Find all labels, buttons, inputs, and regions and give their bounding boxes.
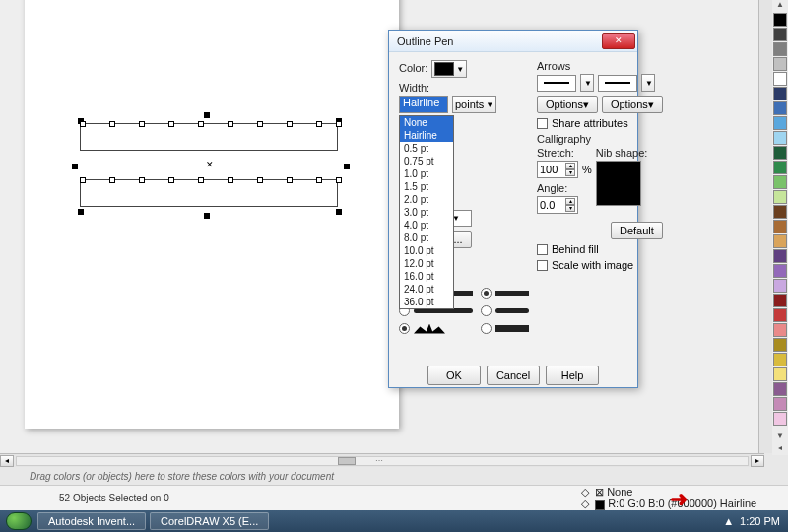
palette-swatch[interactable] (773, 13, 787, 27)
width-option[interactable]: 24.0 pt (400, 283, 453, 296)
start-arrow-dropdown[interactable]: ▼ (580, 74, 594, 92)
palette-scroll-down[interactable]: ▼ (772, 432, 788, 443)
palette-swatch[interactable] (773, 353, 787, 366)
node-handle[interactable] (287, 121, 293, 127)
width-option[interactable]: 2.0 pt (400, 193, 453, 206)
behind-fill-checkbox[interactable] (537, 244, 548, 255)
palette-swatch[interactable] (773, 87, 787, 100)
node-handle[interactable] (80, 177, 86, 183)
palette-swatch[interactable] (773, 72, 787, 86)
palette-swatch[interactable] (773, 220, 787, 233)
width-option[interactable]: 16.0 pt (400, 270, 453, 283)
scroll-thumb[interactable] (338, 457, 356, 465)
width-option[interactable]: 10.0 pt (400, 244, 453, 257)
width-input[interactable]: Hairline (399, 96, 448, 113)
selected-object-1[interactable] (80, 123, 338, 151)
dialog-titlebar[interactable]: Outline Pen ✕ (389, 31, 637, 52)
drawing-page[interactable]: /* decorative */ ✕ (25, 0, 399, 429)
spin-down-icon[interactable]: ▾ (565, 205, 575, 212)
palette-swatch[interactable] (773, 234, 787, 248)
node-handle[interactable] (168, 121, 174, 127)
palette-swatch[interactable] (773, 249, 787, 263)
node-handle[interactable] (109, 121, 115, 127)
palette-swatch[interactable] (773, 28, 787, 41)
cap-round-radio[interactable] (481, 305, 492, 316)
system-tray[interactable]: ▲ 1:20 PM (715, 515, 788, 527)
palette-swatch[interactable] (773, 42, 787, 56)
node-handle[interactable] (336, 121, 342, 127)
palette-swatch[interactable] (773, 412, 787, 426)
vertical-scrollbar[interactable] (758, 0, 772, 453)
spin-down-icon[interactable]: ▾ (565, 169, 575, 176)
taskbar-app-2[interactable]: CorelDRAW X5 (E... (150, 512, 269, 530)
palette-swatch[interactable] (773, 323, 787, 337)
palette-swatch[interactable] (773, 338, 787, 352)
spin-up-icon[interactable]: ▴ (565, 198, 575, 205)
corner-bevel-radio[interactable] (399, 323, 410, 334)
width-option[interactable]: 1.5 pt (400, 180, 453, 193)
selection-handle[interactable] (72, 164, 78, 169)
scroll-right-icon[interactable]: ▸ (751, 455, 764, 467)
palette-swatch[interactable] (773, 279, 787, 293)
default-button[interactable]: Default (611, 222, 663, 239)
palette-scroll-up[interactable]: ▲ (772, 0, 788, 12)
width-dropdown-list[interactable]: NoneHairline0.5 pt0.75 pt1.0 pt1.5 pt2.0… (399, 115, 454, 309)
node-handle[interactable] (336, 177, 342, 183)
end-arrow-select[interactable] (598, 75, 637, 92)
angle-input[interactable]: 0.0▴▾ (537, 196, 578, 214)
palette-flyout[interactable]: ◂ (772, 443, 788, 455)
node-handle[interactable] (316, 121, 322, 127)
node-handle[interactable] (228, 177, 233, 183)
node-handle[interactable] (80, 121, 86, 127)
node-handle[interactable] (109, 177, 115, 183)
palette-swatch[interactable] (773, 367, 787, 381)
palette-swatch[interactable] (773, 308, 787, 322)
stretch-input[interactable]: 100▴▾ (537, 161, 578, 178)
scroll-track[interactable]: ⋯ (16, 456, 749, 466)
width-option[interactable]: 4.0 pt (400, 219, 453, 232)
end-arrow-dropdown[interactable]: ▼ (641, 74, 655, 92)
tray-icon[interactable]: ▲ (723, 515, 734, 527)
node-handle[interactable] (139, 177, 145, 183)
cap-square-radio[interactable] (481, 323, 492, 334)
end-arrow-options-button[interactable]: Options ▾ (602, 96, 663, 113)
width-option[interactable]: 36.0 pt (400, 296, 453, 308)
node-handle[interactable] (198, 121, 204, 127)
node-handle[interactable] (257, 177, 263, 183)
palette-swatch[interactable] (773, 175, 787, 189)
palette-swatch[interactable] (773, 264, 787, 278)
node-handle[interactable] (139, 121, 145, 127)
start-button[interactable] (6, 512, 32, 530)
selected-object-2[interactable] (80, 179, 338, 207)
selection-handle[interactable] (78, 209, 84, 215)
scale-with-image-checkbox[interactable] (537, 260, 548, 271)
node-handle[interactable] (228, 121, 233, 127)
width-option[interactable]: 3.0 pt (400, 206, 453, 219)
palette-swatch[interactable] (773, 116, 787, 130)
palette-swatch[interactable] (773, 205, 787, 219)
selection-handle[interactable] (204, 213, 210, 219)
selection-handle[interactable] (344, 164, 350, 169)
selection-handle[interactable] (204, 112, 210, 118)
node-handle[interactable] (316, 177, 322, 183)
scroll-left-icon[interactable]: ◂ (0, 455, 14, 467)
width-option[interactable]: None (400, 116, 453, 129)
palette-swatch[interactable] (773, 57, 787, 71)
node-handle[interactable] (257, 121, 263, 127)
width-option[interactable]: 8.0 pt (400, 232, 453, 244)
cancel-button[interactable]: Cancel (487, 366, 540, 385)
width-option[interactable]: Hairline (400, 129, 453, 142)
palette-swatch[interactable] (773, 397, 787, 411)
palette-swatch[interactable] (773, 146, 787, 160)
start-arrow-options-button[interactable]: Options ▾ (537, 96, 598, 113)
node-handle[interactable] (287, 177, 293, 183)
palette-swatch[interactable] (773, 382, 787, 396)
ok-button[interactable]: OK (427, 366, 481, 385)
node-handle[interactable] (198, 177, 204, 183)
width-units-select[interactable]: points▼ (452, 96, 496, 113)
nib-preview[interactable] (596, 161, 641, 206)
horizontal-scrollbar[interactable]: ◂ ⋯ ▸ (0, 453, 764, 467)
taskbar-app-1[interactable]: Autodesk Invent... (37, 512, 146, 530)
selection-handle[interactable] (336, 209, 342, 215)
clock[interactable]: 1:20 PM (740, 515, 780, 527)
